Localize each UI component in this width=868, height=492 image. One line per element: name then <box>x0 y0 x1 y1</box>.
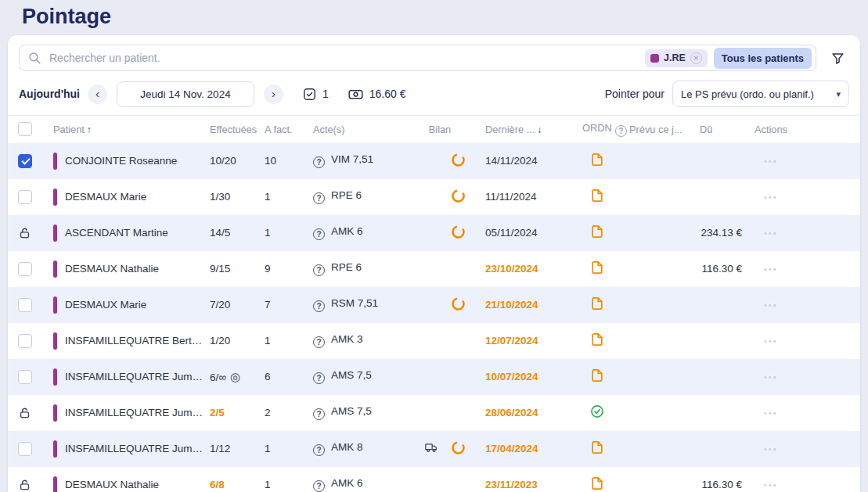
select-all-checkbox[interactable] <box>18 122 32 136</box>
row-checkbox[interactable] <box>18 154 32 168</box>
acte-label: AMK 6 <box>331 477 363 489</box>
date-row: Aujourd'hui ‹ Jeudi 14 Nov. 2024 › 1 16.… <box>8 77 860 115</box>
ordonnance-icon[interactable] <box>589 230 605 242</box>
patient-name[interactable]: DESMAUX Nathalie <box>65 263 159 275</box>
sessions-count: 2/5 <box>210 407 225 418</box>
to-invoice-count: 6 <box>258 359 307 395</box>
patient-name[interactable]: CONJOINTE Roseanne <box>65 155 177 167</box>
col-header-patient[interactable]: Patient↑ <box>47 116 203 143</box>
ordonnance-icon[interactable] <box>589 302 605 314</box>
amount-due <box>693 179 748 215</box>
row-actions-button[interactable]: ••• <box>764 301 778 310</box>
last-session-date: 23/10/2024 <box>485 263 538 275</box>
last-session-date: 21/10/2024 <box>485 299 538 311</box>
row-checkbox[interactable] <box>18 442 32 456</box>
ordonnance-icon[interactable] <box>589 482 605 492</box>
ordonnance-icon[interactable] <box>589 374 605 386</box>
row-actions-button[interactable]: ••• <box>764 193 778 202</box>
ordonnance-valid-icon[interactable] <box>589 410 605 422</box>
row-checkbox[interactable] <box>18 262 32 276</box>
table-row: DESMAUX Nathalie 6/8 1 ?AMK 6 23/11/2023… <box>8 467 860 492</box>
truck-icon <box>423 445 442 457</box>
last-session-date: 05/11/2024 <box>485 227 538 239</box>
acte-help-icon[interactable]: ? <box>313 408 325 420</box>
patient-name[interactable]: DESMAUX Marie <box>65 191 146 203</box>
row-checkbox[interactable] <box>18 370 32 384</box>
bilan-icon[interactable] <box>450 159 466 171</box>
date-picker[interactable]: Jeudi 14 Nov. 2024 <box>117 81 254 107</box>
all-patients-button[interactable]: Tous les patients <box>714 48 812 69</box>
target-icon: ◎ <box>230 370 240 383</box>
row-actions-button[interactable]: ••• <box>764 481 778 490</box>
chip-close-icon[interactable]: × <box>690 52 702 64</box>
amount-due: 116.30 € <box>693 467 748 492</box>
to-invoice-count: 9 <box>258 251 307 287</box>
patient-name[interactable]: INSFAMILLEQUATRE Jume... <box>65 371 203 382</box>
chevron-right-icon: › <box>272 87 276 100</box>
row-checkbox[interactable] <box>18 334 32 348</box>
filter-funnel-icon <box>830 51 845 66</box>
bilan-icon[interactable] <box>450 195 466 206</box>
acte-help-icon[interactable]: ? <box>313 156 325 168</box>
row-checkbox[interactable] <box>18 298 32 312</box>
filter-button[interactable] <box>826 46 849 70</box>
acte-help-icon[interactable]: ? <box>313 336 325 348</box>
ordn-help-icon[interactable]: ? <box>615 125 627 137</box>
last-session-date: 12/07/2024 <box>485 335 538 347</box>
row-actions-button[interactable]: ••• <box>764 229 778 238</box>
main-card: J.RE × Tous les patients Aujourd'hui ‹ J… <box>8 35 860 492</box>
selected-date: Jeudi 14 Nov. 2024 <box>140 88 230 100</box>
patient-name[interactable]: INSFAMILLEQUATRE Bertra... <box>65 335 203 347</box>
row-actions-button[interactable]: ••• <box>764 409 778 418</box>
acte-help-icon[interactable]: ? <box>313 300 325 312</box>
acte-help-icon[interactable]: ? <box>313 444 325 456</box>
bilan-icon[interactable] <box>450 231 466 242</box>
acte-help-icon[interactable]: ? <box>313 192 325 204</box>
patient-name[interactable]: INSFAMILLEQUATRE Jume... <box>65 407 203 418</box>
acte-help-icon[interactable]: ? <box>313 228 325 240</box>
col-header-ordn: ORDN? <box>571 116 623 143</box>
amount-due <box>693 143 748 179</box>
row-actions-button[interactable]: ••• <box>764 157 778 166</box>
ordonnance-icon[interactable] <box>589 446 605 458</box>
sort-asc-icon[interactable]: ↑ <box>87 124 92 135</box>
acte-help-icon[interactable]: ? <box>313 372 325 384</box>
table-row: DESMAUX Marie 1/30 1 ?RPE 6 11/11/2024 •… <box>8 179 860 215</box>
acte-help-icon[interactable]: ? <box>313 480 325 492</box>
sessions-count: 14/5 <box>210 227 230 239</box>
lock-icon <box>18 226 31 238</box>
sessions-count: 9/15 <box>210 263 230 275</box>
practitioner-filter-chip[interactable]: J.RE × <box>645 49 708 67</box>
page-title: Pointage <box>22 5 868 29</box>
sessions-count: 6/8 <box>210 479 225 490</box>
prev-day-button[interactable]: ‹ <box>88 84 107 104</box>
col-header-du: Dû <box>693 116 748 143</box>
patient-name[interactable]: INSFAMILLEQUATRE Jume... <box>65 443 203 454</box>
search-input[interactable] <box>48 51 639 65</box>
bilan-icon[interactable] <box>450 447 466 458</box>
row-actions-button[interactable]: ••• <box>764 265 778 274</box>
sort-desc-icon[interactable]: ↓ <box>537 124 542 135</box>
sessions-count: 7/20 <box>210 299 230 311</box>
col-header-derniere[interactable]: Dernière ...↓ <box>479 116 571 143</box>
row-checkbox[interactable] <box>18 190 32 204</box>
patient-color-bar <box>53 368 57 386</box>
to-invoice-count: 1 <box>258 467 307 492</box>
today-label: Aujourd'hui <box>19 88 80 100</box>
acte-help-icon[interactable]: ? <box>313 264 325 276</box>
next-day-button[interactable]: › <box>264 84 283 104</box>
patient-name[interactable]: ASCENDANT Martine <box>65 227 168 239</box>
ordonnance-icon[interactable] <box>589 194 605 206</box>
ordonnance-icon[interactable] <box>589 338 605 350</box>
patient-name[interactable]: DESMAUX Nathalie <box>65 479 159 490</box>
row-actions-button[interactable]: ••• <box>764 337 778 346</box>
acte-label: AMK 6 <box>331 225 363 237</box>
ordonnance-icon[interactable] <box>589 158 605 170</box>
ordonnance-icon[interactable] <box>589 266 605 278</box>
patient-name[interactable]: DESMAUX Marie <box>65 299 146 311</box>
chevron-down-icon: ▾ <box>836 89 841 99</box>
row-actions-button[interactable]: ••• <box>764 445 778 454</box>
row-actions-button[interactable]: ••• <box>764 373 778 382</box>
bilan-icon[interactable] <box>450 303 466 314</box>
pointer-select[interactable]: Le PS prévu (ordo. ou planif.) ▾ <box>672 81 849 107</box>
